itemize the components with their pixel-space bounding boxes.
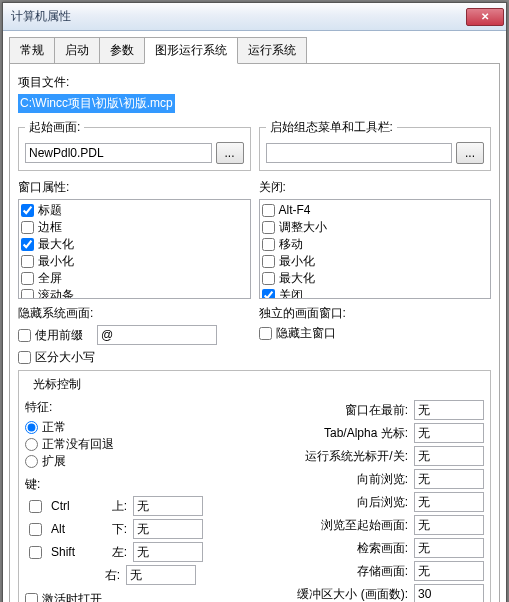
cursor-control-legend: 光标控制 [29,376,85,393]
start-screen-group: 起始画面: ... [18,119,251,171]
prefix-input[interactable] [97,325,217,345]
list-item[interactable]: 移动 [262,236,489,253]
down-input[interactable] [133,519,203,539]
right-label: 右: [90,567,120,584]
list-item[interactable]: 调整大小 [262,219,489,236]
radio-extended-label: 扩展 [42,453,66,470]
list-item[interactable]: 全屏 [21,270,248,287]
tab-bar: 常规 启动 参数 图形运行系统 运行系统 [3,31,506,64]
start-screen-input[interactable] [25,143,212,163]
shift-label: Shift [51,545,91,559]
keys-label: 键: [25,476,235,493]
indep-window-label: 独立的画面窗口: [259,305,492,322]
ctrl-checkbox[interactable] [29,500,42,513]
up-label: 上: [97,498,127,515]
cursor-setting-input[interactable] [414,538,484,558]
tab-params[interactable]: 参数 [99,37,145,64]
cursor-control-group: 光标控制 特征: 正常 正常没有回退 扩展 键: Ctrl上: Alt下: Sh… [18,370,491,602]
start-screen-legend: 起始画面: [25,119,84,136]
alt-label: Alt [51,522,91,536]
close-opt-list[interactable]: Alt-F4调整大小移动最小化最大化关闭 [259,199,492,299]
list-item[interactable]: 最小化 [21,253,248,270]
right-input[interactable] [126,565,196,585]
cursor-setting-row: 浏览至起始画面: [243,515,484,535]
list-item[interactable]: 边框 [21,219,248,236]
left-label: 左: [97,544,127,561]
tab-runtime[interactable]: 运行系统 [237,37,307,64]
cursor-setting-input[interactable] [414,423,484,443]
radio-normal-noret[interactable] [25,438,38,451]
feature-label: 特征: [25,399,235,416]
radio-normal[interactable] [25,421,38,434]
project-file-path[interactable]: C:\Wincc项目\初版\初版.mcp [18,94,175,113]
project-file-label: 项目文件: [18,74,491,91]
start-menu-browse-button[interactable]: ... [456,142,484,164]
cursor-setting-row: 检索画面: [243,538,484,558]
close-icon[interactable]: ✕ [466,8,504,26]
hide-main-checkbox[interactable] [259,327,272,340]
cursor-setting-row: 向后浏览: [243,492,484,512]
left-input[interactable] [133,542,203,562]
titlebar[interactable]: 计算机属性 ✕ [3,3,506,31]
tab-panel: 项目文件: C:\Wincc项目\初版\初版.mcp 起始画面: ... 启始组… [9,63,500,602]
window-attr-list[interactable]: 标题边框最大化最小化全屏滚动条 [18,199,251,299]
list-item[interactable]: 标题 [21,202,248,219]
ctrl-label: Ctrl [51,499,91,513]
list-item[interactable]: 最大化 [262,270,489,287]
tab-graphics-runtime[interactable]: 图形运行系统 [144,37,238,64]
hide-sys-label: 隐藏系统画面: [18,305,251,322]
tab-general[interactable]: 常规 [9,37,55,64]
cursor-setting-input[interactable] [414,400,484,420]
list-item[interactable]: 关闭 [262,287,489,299]
list-item[interactable]: 最大化 [21,236,248,253]
radio-extended[interactable] [25,455,38,468]
start-menu-group: 启始组态菜单和工具栏: ... [259,119,492,171]
cursor-setting-input[interactable] [414,469,484,489]
cursor-setting-input[interactable] [414,584,484,602]
case-sensitive-checkbox[interactable] [18,351,31,364]
tab-startup[interactable]: 启动 [54,37,100,64]
list-item[interactable]: Alt-F4 [262,202,489,219]
alt-checkbox[interactable] [29,523,42,536]
activate-open-checkbox[interactable] [25,593,38,602]
up-input[interactable] [133,496,203,516]
down-label: 下: [97,521,127,538]
radio-normal-noret-label: 正常没有回退 [42,436,114,453]
activate-open-label: 激活时打开 [42,591,102,602]
cursor-setting-row: 窗口在最前: [243,400,484,420]
cursor-setting-row: 缓冲区大小 (画面数): [243,584,484,602]
start-screen-browse-button[interactable]: ... [216,142,244,164]
use-prefix-checkbox[interactable] [18,329,31,342]
start-menu-input[interactable] [266,143,453,163]
cursor-setting-input[interactable] [414,492,484,512]
list-item[interactable]: 滚动条 [21,287,248,299]
cursor-setting-row: 向前浏览: [243,469,484,489]
cursor-setting-row: 运行系统光标开/关: [243,446,484,466]
dialog: 计算机属性 ✕ 常规 启动 参数 图形运行系统 运行系统 项目文件: C:\Wi… [2,2,507,602]
shift-checkbox[interactable] [29,546,42,559]
radio-normal-label: 正常 [42,419,66,436]
cursor-setting-row: 存储画面: [243,561,484,581]
window-attr-label: 窗口属性: [18,179,251,196]
cursor-setting-row: Tab/Alpha 光标: [243,423,484,443]
list-item[interactable]: 最小化 [262,253,489,270]
cursor-right-column: 窗口在最前:Tab/Alpha 光标:运行系统光标开/关:向前浏览:向后浏览:浏… [243,397,484,602]
cursor-setting-input[interactable] [414,515,484,535]
window-title: 计算机属性 [11,8,466,25]
start-menu-legend: 启始组态菜单和工具栏: [266,119,397,136]
cursor-setting-input[interactable] [414,561,484,581]
cursor-setting-input[interactable] [414,446,484,466]
use-prefix-label: 使用前缀 [35,327,83,344]
close-opt-label: 关闭: [259,179,492,196]
case-sensitive-label: 区分大小写 [35,349,95,366]
hide-main-label: 隐藏主窗口 [276,325,336,342]
